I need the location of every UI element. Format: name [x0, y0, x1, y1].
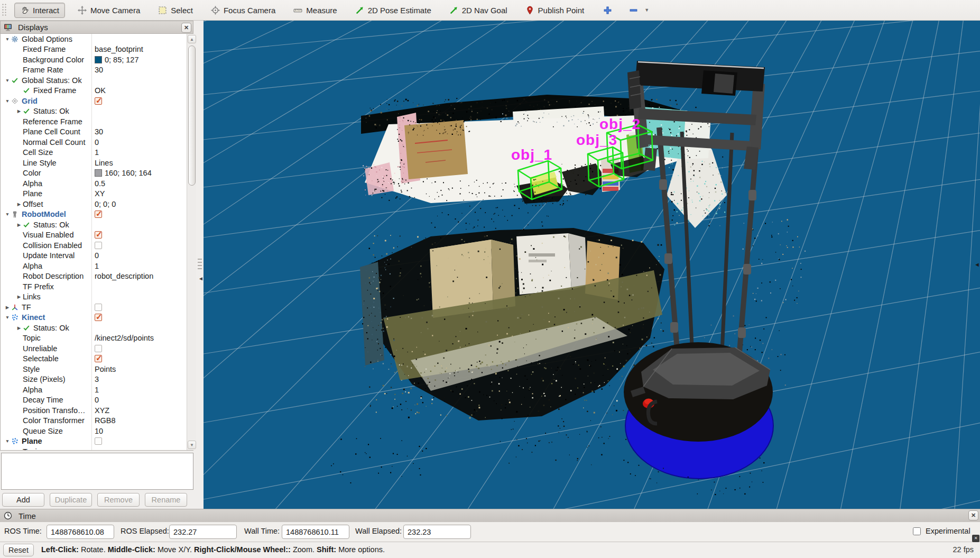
expander-right-icon[interactable]: ▶: [4, 305, 11, 310]
3d-scene[interactable]: obj_1 obj_2 obj_3: [204, 21, 980, 509]
property-value[interactable]: robot_description: [95, 272, 153, 280]
wall-time-input[interactable]: [282, 525, 349, 539]
tree-row-offset[interactable]: ▶Offset0; 0; 0: [1, 199, 183, 209]
toolbar-button-remove-panel[interactable]: ▼: [626, 3, 652, 17]
tree-row-normal-cell-count[interactable]: Normal Cell Count0: [1, 137, 183, 148]
property-value[interactable]: 0; 0; 0: [95, 200, 116, 208]
checkbox[interactable]: [95, 345, 102, 352]
color-swatch[interactable]: [95, 169, 102, 177]
reset-button[interactable]: Reset: [3, 544, 34, 556]
property-value[interactable]: 0; 85; 127: [105, 56, 139, 64]
tree-row-alpha[interactable]: Alpha1: [1, 385, 183, 395]
property-value[interactable]: /kinect2/sd/points: [95, 334, 154, 342]
checkbox[interactable]: [95, 355, 102, 362]
close-time-panel-icon[interactable]: ✕: [968, 510, 978, 520]
toolbar-button-move-camera[interactable]: Move Camera: [72, 3, 145, 17]
wall-elapsed-input[interactable]: [403, 525, 471, 539]
checkbox[interactable]: [95, 231, 102, 239]
tree-row-robotmodel[interactable]: ▼RobotModel: [1, 209, 183, 220]
toolbar-button-2d-pose-estimate[interactable]: 2D Pose Estimate: [350, 3, 437, 17]
tree-row-global-options[interactable]: ▼Global Options: [1, 34, 183, 44]
tree-row-links[interactable]: ▶Links: [1, 292, 183, 303]
tree-row-tf-prefix[interactable]: TF Prefix: [1, 281, 183, 292]
tree-row-plane-cell-count[interactable]: Plane Cell Count30: [1, 127, 183, 138]
property-value[interactable]: OK: [95, 86, 106, 95]
tree-row-global-status-ok[interactable]: ▼Global Status: Ok: [1, 75, 183, 86]
toolbar-button-add-panel[interactable]: [600, 3, 615, 17]
scroll-down-icon[interactable]: ▼: [188, 441, 196, 449]
property-value[interactable]: XY: [95, 189, 105, 198]
dropdown-arrow-icon[interactable]: ▼: [644, 7, 649, 13]
property-value[interactable]: RGB8: [95, 416, 116, 425]
property-value[interactable]: 1: [95, 148, 99, 157]
tree-row-frame-rate[interactable]: Frame Rate30: [1, 65, 183, 76]
tree-row-status-ok[interactable]: ▶Status: Ok: [1, 323, 183, 333]
tree-row-reference-frame[interactable]: Reference Frame: [1, 116, 183, 127]
panel-splitter[interactable]: ◄: [197, 21, 204, 509]
toolbar-button-publish-point[interactable]: Publish Point: [520, 3, 590, 17]
tree-row-grid[interactable]: ▼Grid: [1, 96, 183, 106]
tree-row-decay-time[interactable]: Decay Time0: [1, 395, 183, 406]
scrollbar-thumb[interactable]: [188, 45, 196, 186]
toolbar-button-2d-nav-goal[interactable]: 2D Nav Goal: [444, 3, 513, 17]
tree-row-cell-size[interactable]: Cell Size1: [1, 148, 183, 158]
property-value[interactable]: 30: [95, 127, 103, 136]
property-value[interactable]: XYZ: [95, 406, 109, 415]
time-panel-header[interactable]: Time ✕: [0, 509, 980, 522]
expander-down-icon[interactable]: ▼: [4, 212, 11, 217]
expander-down-icon[interactable]: ▼: [4, 78, 11, 83]
checkbox[interactable]: [95, 242, 102, 249]
expander-down-icon[interactable]: ▼: [4, 438, 11, 444]
tree-row-status-ok[interactable]: ▶Status: Ok: [1, 106, 183, 117]
property-value[interactable]: 10: [95, 427, 103, 435]
tree-row-selectable[interactable]: Selectable: [1, 354, 183, 364]
scroll-up-icon[interactable]: ▲: [188, 35, 196, 43]
checkbox[interactable]: [95, 314, 102, 321]
tree-row-style[interactable]: StylePoints: [1, 364, 183, 374]
tree-row-fixed-frame[interactable]: Fixed Framebase_footprint: [1, 44, 183, 55]
property-value[interactable]: base_footprint: [95, 45, 143, 53]
expander-down-icon[interactable]: ▼: [4, 36, 11, 42]
tree-row-alpha[interactable]: Alpha0.5: [1, 178, 183, 189]
tree-row-fixed-frame[interactable]: Fixed FrameOK: [1, 86, 183, 96]
tree-row-line-style[interactable]: Line StyleLines: [1, 158, 183, 168]
tree-row-unreliable[interactable]: Unreliable: [1, 343, 183, 354]
property-value[interactable]: Lines: [95, 159, 113, 167]
close-displays-icon[interactable]: ✕: [181, 23, 191, 33]
tree-row-queue-size[interactable]: Queue Size10: [1, 426, 183, 436]
expander-right-icon[interactable]: ▶: [15, 294, 23, 299]
checkbox[interactable]: [95, 304, 102, 311]
expander-right-icon[interactable]: ▶: [15, 222, 23, 227]
right-splitter-collapse-icon[interactable]: ◄: [974, 261, 980, 268]
tree-row-update-interval[interactable]: Update Interval0: [1, 251, 183, 261]
expander-down-icon[interactable]: ▼: [4, 315, 11, 320]
tree-row-color[interactable]: Color160; 160; 164: [1, 168, 183, 179]
expander-right-icon[interactable]: ▶: [15, 108, 23, 114]
tree-row-collision-enabled[interactable]: Collision Enabled: [1, 240, 183, 251]
toolbar-grip[interactable]: [2, 3, 7, 17]
tree-row-kinect[interactable]: ▼Kinect: [1, 313, 183, 323]
tree-row-color-transformer[interactable]: Color TransformerRGB8: [1, 416, 183, 426]
toolbar-button-measure[interactable]: Measure: [288, 3, 342, 17]
property-value[interactable]: 1: [95, 262, 99, 270]
splitter-collapse-icon[interactable]: ◄: [198, 276, 204, 281]
add-button[interactable]: Add: [2, 493, 44, 507]
tree-row-topic[interactable]: Topic/kinect2/sd/points: [1, 333, 183, 344]
property-value[interactable]: 160; 160; 164: [105, 169, 152, 177]
3d-viewport[interactable]: obj_1 obj_2 obj_3 ◄: [204, 21, 980, 509]
expander-down-icon[interactable]: ▼: [4, 98, 11, 104]
tree-row-topic[interactable]: Topic: [1, 446, 183, 451]
property-value[interactable]: 0: [95, 396, 99, 404]
displays-panel-header[interactable]: Displays ✕: [0, 21, 193, 34]
property-value[interactable]: 1: [95, 386, 99, 394]
property-value[interactable]: 0: [95, 251, 99, 260]
toolbar-button-interact[interactable]: Interact: [14, 3, 65, 18]
tree-row-alpha[interactable]: Alpha1: [1, 261, 183, 271]
ros-elapsed-input[interactable]: [169, 525, 237, 539]
tree-row-status-ok[interactable]: ▶Status: Ok: [1, 219, 183, 230]
property-value[interactable]: 30: [95, 66, 103, 74]
expander-right-icon[interactable]: ▶: [15, 325, 23, 331]
tree-row-size-pixels-[interactable]: Size (Pixels)3: [1, 374, 183, 385]
tree-row-visual-enabled[interactable]: Visual Enabled: [1, 230, 183, 241]
toolbar-button-select[interactable]: Select: [153, 3, 198, 17]
